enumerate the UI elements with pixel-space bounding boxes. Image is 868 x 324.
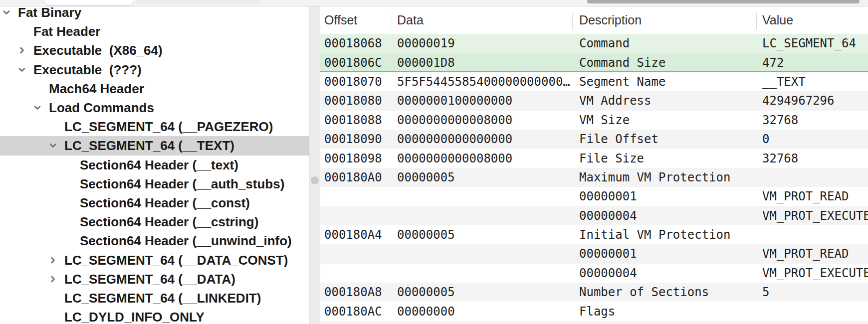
table-row[interactable]: 000180880000000000008000VM Size32768 bbox=[320, 111, 868, 130]
tree-item-label: Fat Header bbox=[33, 24, 100, 39]
tree-item-label: Section64 Header (__text) bbox=[80, 157, 238, 172]
chevron-right-icon[interactable] bbox=[47, 273, 59, 285]
chevron-down-icon[interactable] bbox=[31, 102, 43, 114]
cell-description: File Offset bbox=[572, 132, 756, 146]
cell-offset: 00018070 bbox=[320, 75, 391, 89]
tree-item[interactable]: LC_SEGMENT_64 (__PAGEZERO) bbox=[0, 117, 309, 136]
chevron-right-icon[interactable] bbox=[47, 254, 59, 266]
tree-item[interactable]: Section64 Header (__unwind_info) bbox=[0, 231, 309, 250]
cell-data: 0000000100000000 bbox=[391, 94, 572, 108]
toolbar-remnant bbox=[0, 0, 868, 6]
table-row[interactable]: 000180705F5F5445585400000000000…Segment … bbox=[320, 72, 868, 91]
tree-item[interactable]: Section64 Header (__text) bbox=[0, 156, 309, 174]
cell-data: 0000000000008000 bbox=[391, 152, 572, 165]
tree-item[interactable]: LC_SEGMENT_64 (__TEXT) bbox=[0, 136, 309, 155]
cell-data: 00000005 bbox=[391, 285, 572, 299]
cell-description: Maximum VM Protection bbox=[572, 170, 756, 184]
column-header-value[interactable]: Value bbox=[756, 13, 868, 27]
tree-item[interactable]: LC_DYLD_INFO_ONLY bbox=[0, 308, 309, 324]
tree-item-label: Section64 Header (__unwind_info) bbox=[80, 233, 292, 249]
cell-offset: 00018080 bbox=[320, 94, 391, 108]
tree-item[interactable]: Section64 Header (__auth_stubs) bbox=[0, 174, 309, 193]
table-row[interactable] bbox=[320, 321, 868, 324]
tree-item[interactable]: Load Commands bbox=[0, 98, 309, 117]
tree-item-label: Load Commands bbox=[49, 100, 154, 116]
cell-data: 00000019 bbox=[391, 36, 572, 50]
cell-value: __TEXT bbox=[756, 75, 868, 89]
column-header-offset[interactable]: Offset bbox=[320, 13, 391, 27]
cell-data: 0000000000000000 bbox=[391, 132, 572, 146]
tree-item[interactable]: Executable (X86_64) bbox=[0, 41, 309, 60]
table-row[interactable]: 000180980000000000008000File Size32768 bbox=[320, 149, 868, 167]
table-row[interactable]: 000180900000000000000000File Offset0 bbox=[320, 130, 868, 149]
cell-data: 000001D8 bbox=[391, 56, 572, 70]
cell-value: 5 bbox=[756, 285, 868, 299]
tree-item-label: LC_DYLD_INFO_ONLY bbox=[64, 310, 205, 324]
table-row[interactable]: 000180AC00000000Flags bbox=[320, 302, 868, 321]
cell-description: Number of Sections bbox=[572, 285, 756, 299]
cell-description: Flags bbox=[572, 305, 756, 319]
tree-item[interactable]: LC_SEGMENT_64 (__DATA_CONST) bbox=[0, 250, 309, 269]
tree: Fat BinaryFat HeaderExecutable (X86_64)E… bbox=[0, 6, 309, 324]
cell-data: 00000005 bbox=[391, 170, 572, 184]
table-row[interactable]: 00000004VM_PROT_EXECUTE bbox=[320, 264, 868, 283]
cell-offset: 00018098 bbox=[320, 152, 391, 165]
tree-item[interactable]: Section64 Header (__cstring) bbox=[0, 212, 309, 231]
cell-description: Command bbox=[572, 36, 756, 50]
cell-description: 00000004 bbox=[572, 209, 756, 223]
table-row[interactable]: 0001806C000001D8Command Size472 bbox=[320, 53, 868, 72]
tree-item-label: Section64 Header (__auth_stubs) bbox=[80, 176, 284, 191]
detail-table: OffsetDataDescriptionValue 0001806800000… bbox=[320, 6, 868, 324]
search-field-remnant[interactable] bbox=[44, 0, 134, 5]
scrollbar-remnant[interactable] bbox=[587, 0, 860, 3]
column-header-description[interactable]: Description bbox=[572, 13, 756, 27]
column-separator[interactable] bbox=[572, 13, 573, 29]
tree-item-label: LC_SEGMENT_64 (__TEXT) bbox=[64, 138, 234, 154]
cell-value: 32768 bbox=[756, 152, 868, 165]
sidebar-tree: Fat BinaryFat HeaderExecutable (X86_64)E… bbox=[0, 6, 309, 324]
cell-description: File Size bbox=[572, 152, 756, 165]
column-separator[interactable] bbox=[756, 13, 757, 29]
tree-item[interactable]: LC_SEGMENT_64 (__DATA) bbox=[0, 270, 309, 289]
tree-item[interactable]: Section64 Header (__const) bbox=[0, 193, 309, 212]
chevron-down-icon[interactable] bbox=[0, 6, 12, 18]
table-row[interactable]: 00000001VM_PROT_READ bbox=[320, 187, 868, 206]
tree-item[interactable]: Fat Binary bbox=[0, 6, 309, 22]
table-row[interactable]: 000180A400000005Initial VM Protection bbox=[320, 225, 868, 244]
cell-description: 00000001 bbox=[572, 189, 756, 203]
cell-offset: 0001806C bbox=[320, 56, 391, 70]
cell-value: 0 bbox=[756, 132, 868, 146]
tree-item[interactable]: LC_SEGMENT_64 (__LINKEDIT) bbox=[0, 289, 309, 308]
chevron-down-icon[interactable] bbox=[16, 64, 28, 76]
table-row[interactable]: 000180800000000100000000VM Address429496… bbox=[320, 91, 868, 110]
table-row[interactable]: 000180A000000005Maximum VM Protection bbox=[320, 168, 868, 187]
table-row[interactable]: 000180A800000005Number of Sections5 bbox=[320, 283, 868, 302]
tree-item[interactable]: Executable (???) bbox=[0, 60, 309, 79]
table-row[interactable]: 00000001VM_PROT_READ bbox=[320, 244, 868, 263]
cell-description: VM Size bbox=[572, 113, 756, 127]
tree-item-label: LC_SEGMENT_64 (__LINKEDIT) bbox=[64, 290, 261, 306]
cell-data: 00000005 bbox=[391, 228, 572, 242]
table-body: 0001806800000019CommandLC_SEGMENT_640001… bbox=[320, 34, 868, 324]
chevron-right-icon[interactable] bbox=[16, 44, 28, 56]
cell-description: Initial VM Protection bbox=[572, 228, 756, 242]
cell-description: VM Address bbox=[572, 94, 756, 108]
tree-item[interactable]: Fat Header bbox=[0, 22, 309, 41]
splitter-handle-dot[interactable] bbox=[311, 176, 319, 184]
cell-offset: 00018090 bbox=[320, 132, 391, 146]
cell-data: 5F5F5445585400000000000… bbox=[391, 75, 572, 89]
table-header-row: OffsetDataDescriptionValue bbox=[320, 6, 868, 34]
column-header-data[interactable]: Data bbox=[391, 13, 572, 27]
toolbar-control-remnant bbox=[136, 0, 261, 5]
cell-value: LC_SEGMENT_64 bbox=[756, 36, 868, 50]
column-separator[interactable] bbox=[391, 13, 391, 29]
chevron-down-icon[interactable] bbox=[47, 140, 59, 152]
cell-description: 00000001 bbox=[572, 247, 756, 261]
tree-item-label: Mach64 Header bbox=[49, 81, 144, 96]
tree-item[interactable]: Mach64 Header bbox=[0, 79, 309, 98]
pane-splitter[interactable] bbox=[309, 6, 320, 324]
cell-value: VM_PROT_EXECUTE bbox=[756, 209, 868, 223]
cell-data: 0000000000008000 bbox=[391, 113, 572, 127]
table-row[interactable]: 0001806800000019CommandLC_SEGMENT_64 bbox=[320, 34, 868, 53]
table-row[interactable]: 00000004VM_PROT_EXECUTE bbox=[320, 206, 868, 225]
